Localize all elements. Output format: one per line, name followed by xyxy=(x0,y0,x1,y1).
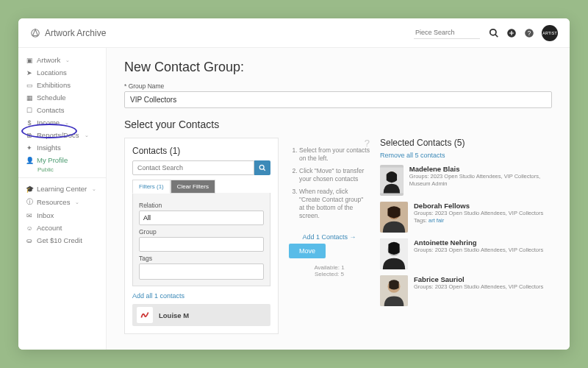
chevron-down-icon: ⌄ xyxy=(92,186,96,192)
sidebar-item-inbox[interactable]: ✉Inbox xyxy=(18,209,106,222)
avatar xyxy=(380,202,408,233)
clear-filters-button[interactable]: Clear Filters xyxy=(171,180,215,194)
sidebar-label: Schedule xyxy=(37,93,66,102)
briefcase-icon: ☐ xyxy=(26,107,33,114)
topbar: Artwork Archive ? ARTIST xyxy=(18,18,570,48)
page-title: New Contact Group: xyxy=(124,60,552,75)
filter-body: Relation All Group Tags xyxy=(132,193,270,286)
sidebar-label: Locations xyxy=(37,68,67,77)
svg-line-2 xyxy=(495,34,498,37)
remove-all-link[interactable]: Remove all 5 contacts xyxy=(380,152,445,159)
selected-name: Madelene Blais xyxy=(409,165,552,173)
contact-row[interactable]: Louise M xyxy=(132,304,270,326)
sidebar-label: Get $10 Credit xyxy=(37,236,82,244)
sidebar-item-artwork[interactable]: ▣Artwork⌄ xyxy=(18,54,106,66)
sidebar-item-locations[interactable]: ➤Locations xyxy=(18,66,106,79)
contact-thumb xyxy=(137,307,153,323)
selected-count: Selected: 5 xyxy=(289,271,370,277)
svg-point-6 xyxy=(259,165,264,169)
add-icon[interactable] xyxy=(506,28,517,38)
sidebar-label: Insights xyxy=(37,144,61,152)
user-avatar[interactable]: ARTIST xyxy=(542,25,558,41)
tags-label: Tags xyxy=(139,255,264,262)
svg-point-1 xyxy=(490,29,496,35)
chevron-down-icon: ⌄ xyxy=(75,199,79,205)
sidebar-item-learning[interactable]: 🎓Learning Center⌄ xyxy=(18,183,106,195)
chevron-down-icon: ⌄ xyxy=(85,132,89,138)
brand-name: Artwork Archive xyxy=(45,28,106,38)
group-name-label: * Group Name xyxy=(124,82,552,90)
add-contacts-link[interactable]: Add 1 Contacts → xyxy=(302,233,356,241)
group-select[interactable] xyxy=(139,237,264,252)
sidebar-item-insights[interactable]: ✦Insights xyxy=(18,141,106,154)
search-icon[interactable] xyxy=(489,28,499,38)
person-icon: 👤 xyxy=(26,157,33,164)
sidebar-item-credit[interactable]: ⛀Get $10 Credit xyxy=(18,234,106,247)
gift-icon: ⛀ xyxy=(26,237,33,244)
available-count: Available: 1 xyxy=(289,264,370,271)
sidebar-label: Income xyxy=(37,118,60,127)
selected-name: Antoinette Nehring xyxy=(414,238,543,247)
step-3: When ready, click "Create Contact group"… xyxy=(299,188,370,220)
selected-panel: Selected Contacts (5) Remove all 5 conta… xyxy=(380,138,552,334)
tags-input[interactable] xyxy=(139,263,264,280)
sidebar-item-profile[interactable]: 👤My Profile xyxy=(18,154,106,166)
brand: Artwork Archive xyxy=(30,28,106,38)
frame-icon: ▭ xyxy=(26,82,33,89)
relation-label: Relation xyxy=(139,202,264,209)
sidebar-label: Artwork xyxy=(37,56,60,64)
selected-title: Selected Contacts (5) xyxy=(380,138,552,148)
sidebar-label: Learning Center xyxy=(37,185,87,193)
grad-icon: 🎓 xyxy=(26,185,33,193)
select-contacts-heading: Select your Contacts xyxy=(124,118,552,130)
sidebar-item-reports[interactable]: 🗎Reports/Docs⌄ xyxy=(18,129,106,141)
search-icon xyxy=(259,164,266,171)
selected-contact[interactable]: Deborah Fellows Groups: 2023 Open Studio… xyxy=(380,202,552,233)
app-window: Artwork Archive ? ARTIST ▣Artwork⌄ ➤Loca… xyxy=(18,18,570,350)
sidebar-item-contacts[interactable]: ☐Contacts xyxy=(18,104,106,116)
sidebar-item-account[interactable]: ☺Account xyxy=(18,222,106,234)
selected-contact[interactable]: Madelene Blais Groups: 2023 Open Studio … xyxy=(380,165,552,196)
sidebar-item-schedule[interactable]: ▦Schedule xyxy=(18,91,106,104)
avatar xyxy=(380,165,404,196)
instructions-panel: ? Select from your contacts on the left.… xyxy=(289,138,370,334)
contacts-panel-title: Contacts (1) xyxy=(132,146,270,156)
mail-icon: ✉ xyxy=(26,212,33,219)
contact-search-button[interactable] xyxy=(254,160,270,175)
sidebar: ▣Artwork⌄ ➤Locations ▭Exhibitions ▦Sched… xyxy=(18,48,107,350)
selected-contact[interactable]: Antoinette Nehring Groups: 2023 Open Stu… xyxy=(380,238,552,269)
group-name-input[interactable] xyxy=(124,91,552,108)
selected-name: Deborah Fellows xyxy=(414,202,543,210)
sidebar-label: My Profile xyxy=(37,156,68,164)
piece-search-input[interactable] xyxy=(414,26,480,39)
chevron-down-icon: ⌄ xyxy=(65,57,70,63)
relation-select[interactable]: All xyxy=(139,210,264,225)
arrow-right-icon: → xyxy=(350,233,356,241)
selected-meta: Groups: 2023 Open Studio Attendees, VIP … xyxy=(414,247,543,254)
move-button[interactable]: Move xyxy=(289,244,326,258)
chevron-down-icon: ⌄ xyxy=(65,120,69,126)
add-all-contacts-link[interactable]: Add all 1 contacts xyxy=(132,292,184,300)
filters-tab[interactable]: Filters (1) xyxy=(132,180,171,194)
sidebar-item-exhibitions[interactable]: ▭Exhibitions xyxy=(18,79,106,91)
avatar xyxy=(380,275,408,306)
sidebar-item-resources[interactable]: ⓘResources⌄ xyxy=(18,195,106,209)
sidebar-label: Reports/Docs xyxy=(37,131,79,139)
help-icon[interactable]: ? xyxy=(365,138,370,149)
sidebar-label: Contacts xyxy=(37,106,65,114)
tag-link[interactable]: art fair xyxy=(429,217,444,224)
group-label: Group xyxy=(139,228,264,236)
paper-icon: 🗎 xyxy=(26,132,33,139)
wand-icon: ✦ xyxy=(26,144,33,152)
contact-search-input[interactable] xyxy=(132,160,254,175)
selected-name: Fabrice Sauriol xyxy=(414,275,543,283)
topbar-icons: ? ARTIST xyxy=(489,25,558,41)
avatar xyxy=(380,238,408,269)
sidebar-item-income[interactable]: $Income⌄ xyxy=(18,116,106,129)
help-icon[interactable]: ? xyxy=(524,28,534,38)
location-icon: ➤ xyxy=(26,69,33,77)
svg-line-7 xyxy=(263,169,265,171)
money-icon: $ xyxy=(26,119,33,127)
selected-contact[interactable]: Fabrice Sauriol Groups: 2023 Open Studio… xyxy=(380,275,552,306)
selected-meta: Groups: 2023 Open Studio Attendees, VIP … xyxy=(414,210,543,224)
